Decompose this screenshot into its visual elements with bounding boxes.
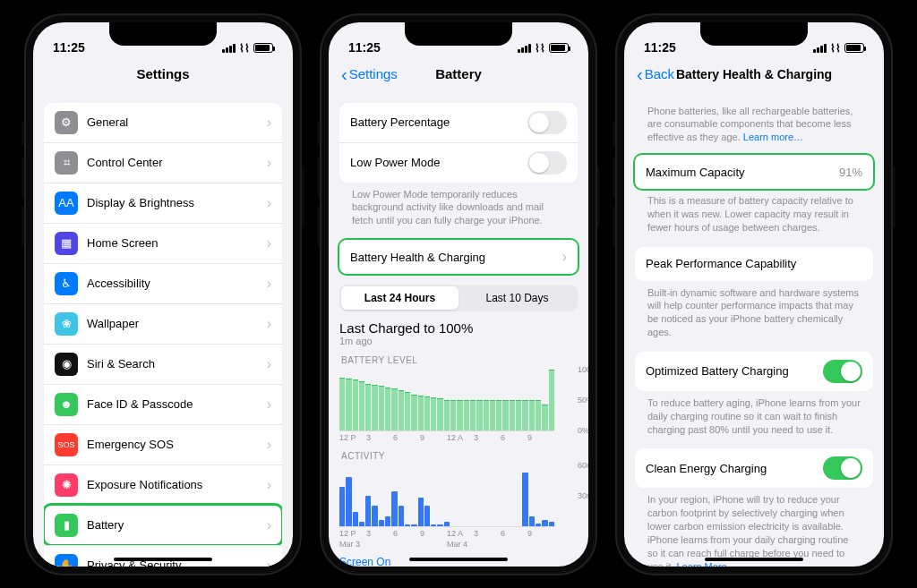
settings-row-home-screen[interactable]: ▦Home Screen› — [44, 223, 282, 263]
settings-label: Home Screen — [87, 236, 158, 250]
home-indicator[interactable] — [705, 558, 803, 561]
wifi-icon: ⌇⌇ — [535, 42, 545, 55]
chevron-right-icon: › — [267, 316, 271, 332]
low-power-mode-row[interactable]: Low Power Mode — [339, 142, 578, 183]
battery-icon — [844, 43, 864, 53]
status-time: 11:25 — [53, 40, 85, 55]
notch — [700, 22, 808, 46]
settings-icon: ◉ — [55, 353, 78, 376]
time-range-segmented[interactable]: Last 24 Hours Last 10 Days — [339, 285, 578, 311]
x-axis-labels: 12 P36912 A369 — [339, 433, 578, 442]
settings-icon: ❀ — [55, 312, 78, 336]
optimized-charging-switch[interactable] — [823, 360, 862, 383]
chevron-right-icon: › — [267, 115, 271, 131]
settings-icon: ▮ — [55, 514, 78, 537]
learn-more-link[interactable]: Learn More… — [676, 561, 736, 567]
optimized-charging-row[interactable]: Optimized Battery Charging — [635, 352, 873, 391]
settings-label: Siri & Search — [87, 357, 155, 371]
battery-health-row[interactable]: Battery Health & Charging › — [339, 240, 578, 274]
chevron-right-icon: › — [267, 437, 271, 453]
back-button[interactable]: ‹ Back — [637, 65, 674, 83]
settings-label: Battery — [87, 518, 124, 532]
battery-content[interactable]: Battery Percentage Low Power Mode Low Po… — [329, 92, 588, 567]
settings-row-privacy-security[interactable]: ✋Privacy & Security› — [44, 545, 282, 567]
page-title: Settings — [136, 66, 189, 81]
notch — [405, 22, 512, 46]
activity-title: ACTIVITY — [341, 451, 576, 461]
settings-row-display-brightness[interactable]: AADisplay & Brightness› — [44, 183, 282, 223]
opt-footer: To reduce battery aging, iPhone learns f… — [635, 391, 873, 437]
settings-icon: ♿︎ — [55, 272, 78, 295]
signal-icon — [813, 44, 827, 53]
battery-icon — [253, 43, 273, 53]
settings-label: Emergency SOS — [87, 438, 174, 451]
page-title: Battery Health & Charging — [676, 67, 832, 81]
x-axis-date-labels: Mar 3Mar 4 — [339, 540, 578, 549]
settings-label: Control Center — [87, 156, 163, 169]
battery-level-chart — [339, 369, 554, 431]
settings-content[interactable]: ⚙︎General›⌗Control Center›AADisplay & Br… — [33, 92, 293, 567]
settings-icon: SOS — [55, 433, 78, 456]
settings-label: General — [87, 115, 128, 129]
last-charged-sub: 1m ago — [339, 336, 578, 346]
phone-battery: 11:25 ⌇⌇ ‹ Settings Battery Battery Perc… — [320, 13, 597, 575]
settings-row-control-center[interactable]: ⌗Control Center› — [44, 142, 282, 183]
last-charged-title: Last Charged to 100% — [339, 320, 578, 336]
home-indicator[interactable] — [114, 558, 212, 561]
status-time: 11:25 — [348, 40, 381, 55]
learn-more-link[interactable]: Learn more… — [743, 132, 803, 142]
settings-icon: ✺ — [55, 473, 78, 497]
settings-icon: ▦ — [55, 232, 78, 255]
chevron-right-icon: › — [267, 155, 271, 171]
settings-row-accessibility[interactable]: ♿︎Accessibility› — [44, 263, 282, 303]
signal-icon — [222, 44, 236, 53]
chevron-right-icon: › — [267, 235, 271, 251]
phone-battery-health: 11:25 ⌇⌇ ‹ Back Battery Health & Chargin… — [615, 13, 893, 575]
seg-24h[interactable]: Last 24 Hours — [341, 286, 458, 310]
back-button[interactable]: ‹ Settings — [341, 65, 398, 83]
clean-energy-switch[interactable] — [823, 456, 862, 480]
seg-10d[interactable]: Last 10 Days — [458, 286, 576, 310]
peak-footer: Built-in dynamic software and hardware s… — [635, 281, 873, 339]
settings-row-battery[interactable]: ▮Battery› — [44, 505, 282, 545]
notch — [109, 22, 217, 46]
peak-performance-row[interactable]: Peak Performance Capability — [635, 247, 873, 281]
settings-label: Accessibility — [87, 277, 150, 290]
battery-percentage-row[interactable]: Battery Percentage — [339, 103, 578, 142]
chevron-right-icon: › — [267, 558, 271, 567]
settings-label: Exposure Notifications — [87, 478, 202, 491]
chevron-right-icon: › — [267, 356, 271, 372]
battery-percentage-switch[interactable] — [527, 111, 567, 134]
chevron-right-icon: › — [267, 195, 271, 211]
chevron-right-icon: › — [267, 396, 271, 413]
settings-row-exposure-notifications[interactable]: ✺Exposure Notifications› — [44, 464, 282, 505]
settings-row-general[interactable]: ⚙︎General› — [44, 103, 282, 142]
max-capacity-value: 91% — [839, 166, 862, 179]
low-power-mode-switch[interactable] — [527, 151, 567, 175]
settings-row-emergency-sos[interactable]: SOSEmergency SOS› — [44, 424, 282, 464]
clean-footer: In your region, iPhone will try to reduc… — [635, 488, 873, 566]
home-indicator[interactable] — [409, 558, 508, 561]
x-axis-labels: 12 P36912 A369 — [339, 529, 578, 538]
phone-settings: 11:25 ⌇⌇ Settings ⚙︎General›⌗Control Cen… — [24, 13, 302, 575]
chevron-right-icon: › — [267, 477, 271, 493]
wifi-icon: ⌇⌇ — [239, 42, 250, 55]
lpm-footer: Low Power Mode temporarily reduces backg… — [339, 183, 578, 228]
chevron-left-icon: ‹ — [637, 65, 643, 83]
nav-bar: ‹ Back Battery Health & Charging — [624, 56, 884, 92]
settings-row-face-id-passcode[interactable]: ☻Face ID & Passcode› — [44, 384, 282, 424]
settings-row-wallpaper[interactable]: ❀Wallpaper› — [44, 303, 282, 344]
wifi-icon: ⌇⌇ — [830, 42, 841, 55]
settings-icon: ⌗ — [55, 151, 78, 175]
chevron-right-icon: › — [267, 517, 271, 533]
battery-health-content[interactable]: Phone batteries, like all rechargeable b… — [624, 92, 884, 567]
settings-row-siri-search[interactable]: ◉Siri & Search› — [44, 344, 282, 384]
settings-icon: AA — [55, 192, 78, 215]
intro-text: Phone batteries, like all rechargeable b… — [635, 99, 873, 145]
settings-label: Face ID & Passcode — [87, 397, 193, 411]
settings-icon: ✋ — [55, 554, 78, 567]
clean-energy-row[interactable]: Clean Energy Charging — [635, 448, 873, 488]
chevron-right-icon: › — [267, 276, 271, 292]
battery-icon — [549, 43, 569, 53]
max-capacity-row[interactable]: Maximum Capacity 91% — [635, 155, 873, 189]
